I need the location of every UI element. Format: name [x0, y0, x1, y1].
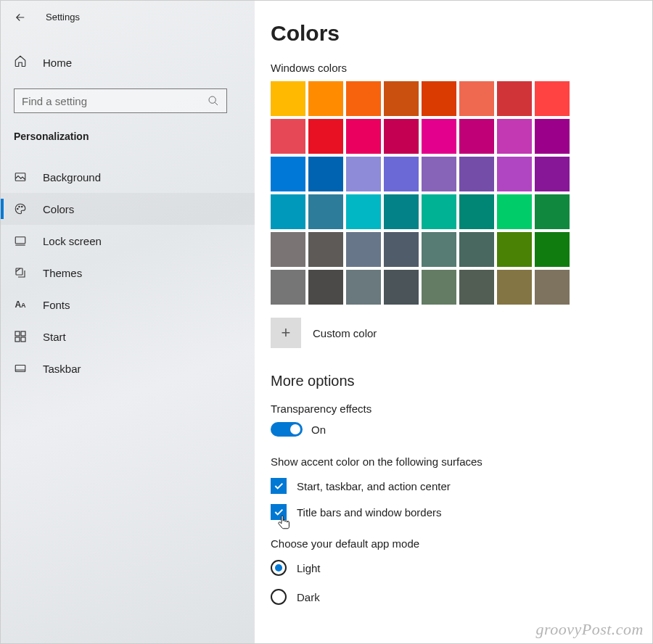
sidebar-item-label: Colors	[43, 203, 74, 215]
color-swatch[interactable]	[422, 270, 456, 305]
back-button[interactable]	[11, 8, 30, 27]
color-swatch[interactable]	[422, 157, 456, 191]
color-swatch[interactable]	[384, 157, 419, 191]
svg-point-0	[209, 96, 215, 103]
radio-dark[interactable]: Dark	[271, 589, 652, 605]
color-swatch[interactable]	[422, 194, 456, 229]
color-swatch[interactable]	[535, 232, 570, 267]
color-swatch[interactable]	[497, 119, 532, 154]
color-swatch[interactable]	[271, 81, 305, 116]
color-swatch[interactable]	[535, 119, 570, 154]
svg-rect-8	[21, 331, 25, 336]
svg-point-2	[17, 208, 19, 210]
lock-screen-icon	[14, 234, 27, 247]
color-swatch[interactable]	[346, 270, 381, 305]
cursor-hand-icon	[276, 514, 292, 536]
sidebar-nav: Background Colors Lock screen Themes AA …	[1, 161, 255, 384]
color-swatch[interactable]	[271, 119, 305, 154]
color-swatch[interactable]	[459, 232, 494, 267]
color-swatch[interactable]	[535, 157, 570, 191]
color-swatch[interactable]	[422, 81, 456, 116]
palette-icon	[14, 202, 27, 215]
color-swatch[interactable]	[459, 157, 494, 191]
picture-icon	[14, 170, 27, 183]
sidebar-item-start[interactable]: Start	[1, 321, 255, 352]
search-box[interactable]	[14, 88, 227, 113]
more-options-heading: More options	[271, 373, 652, 389]
svg-point-4	[22, 206, 23, 207]
windows-colors-label: Windows colors	[271, 62, 652, 74]
color-swatch[interactable]	[308, 270, 343, 305]
color-swatch[interactable]	[384, 232, 419, 267]
color-swatch[interactable]	[308, 119, 343, 154]
window-title: Settings	[46, 12, 80, 22]
color-swatch[interactable]	[384, 270, 419, 305]
color-swatch[interactable]	[535, 194, 570, 229]
page-title: Colors	[271, 21, 652, 46]
color-swatch[interactable]	[459, 119, 494, 154]
sidebar-item-label: Taskbar	[43, 363, 81, 375]
color-swatch[interactable]	[459, 194, 494, 229]
color-swatch[interactable]	[497, 157, 532, 191]
color-swatch[interactable]	[308, 81, 343, 116]
color-swatch[interactable]	[346, 194, 381, 229]
sidebar-item-fonts[interactable]: AA Fonts	[1, 289, 255, 321]
color-swatch[interactable]	[271, 270, 305, 305]
color-swatch[interactable]	[422, 119, 456, 154]
sidebar-item-label: Start	[43, 331, 66, 343]
start-icon	[14, 330, 27, 343]
color-swatch[interactable]	[384, 194, 419, 229]
main-content: Colors Windows colors + Custom color Mor…	[255, 1, 652, 643]
transparency-label: Transparency effects	[271, 402, 652, 415]
sidebar-item-label: Background	[43, 171, 101, 183]
sidebar-item-label: Themes	[43, 267, 82, 279]
color-swatch[interactable]	[346, 157, 381, 191]
color-swatch[interactable]	[308, 157, 343, 191]
color-swatch[interactable]	[271, 232, 305, 267]
color-swatch[interactable]	[346, 81, 381, 116]
svg-rect-7	[15, 331, 20, 336]
color-swatch[interactable]	[422, 232, 456, 267]
svg-rect-10	[21, 337, 25, 342]
sidebar-home[interactable]: Home	[1, 46, 255, 78]
color-swatch[interactable]	[497, 194, 532, 229]
toggle-state-label: On	[311, 424, 326, 436]
color-swatch[interactable]	[459, 81, 494, 116]
color-swatch[interactable]	[346, 232, 381, 267]
radio-unselected-icon	[271, 589, 287, 605]
sidebar-item-taskbar[interactable]: Taskbar	[1, 352, 255, 384]
radio-label: Dark	[297, 591, 320, 603]
color-swatch[interactable]	[535, 270, 570, 305]
color-swatch[interactable]	[384, 81, 419, 116]
color-swatch[interactable]	[497, 270, 532, 305]
search-icon	[208, 95, 219, 107]
color-swatch[interactable]	[535, 81, 570, 116]
color-swatch[interactable]	[308, 232, 343, 267]
fonts-icon: AA	[14, 298, 27, 311]
color-swatch[interactable]	[308, 194, 343, 229]
color-swatch[interactable]	[271, 194, 305, 229]
accent-surfaces-label: Show accent color on the following surfa…	[271, 455, 652, 468]
svg-rect-11	[15, 366, 25, 372]
sidebar-item-colors[interactable]: Colors	[1, 193, 255, 225]
themes-icon	[14, 266, 27, 279]
checkbox-start-taskbar[interactable]: Start, taskbar, and action center	[271, 478, 652, 494]
color-swatch[interactable]	[271, 157, 305, 191]
search-input[interactable]	[22, 95, 208, 107]
checkbox-label: Start, taskbar, and action center	[297, 480, 451, 492]
checkbox-title-bars[interactable]: Title bars and window borders	[271, 504, 652, 520]
radio-light[interactable]: Light	[271, 560, 652, 576]
color-swatch[interactable]	[346, 119, 381, 154]
color-swatch[interactable]	[459, 270, 494, 305]
sidebar-category: Personalization	[14, 131, 255, 142]
color-swatch[interactable]	[497, 232, 532, 267]
custom-color-button[interactable]: + Custom color	[271, 318, 652, 348]
color-swatch[interactable]	[497, 81, 532, 116]
transparency-toggle[interactable]: On	[271, 422, 652, 437]
sidebar-item-label: Fonts	[43, 299, 70, 311]
arrow-left-icon	[14, 11, 27, 24]
color-swatch[interactable]	[384, 119, 419, 154]
sidebar-item-lock-screen[interactable]: Lock screen	[1, 225, 255, 257]
sidebar-item-background[interactable]: Background	[1, 161, 255, 193]
sidebar-item-themes[interactable]: Themes	[1, 257, 255, 289]
